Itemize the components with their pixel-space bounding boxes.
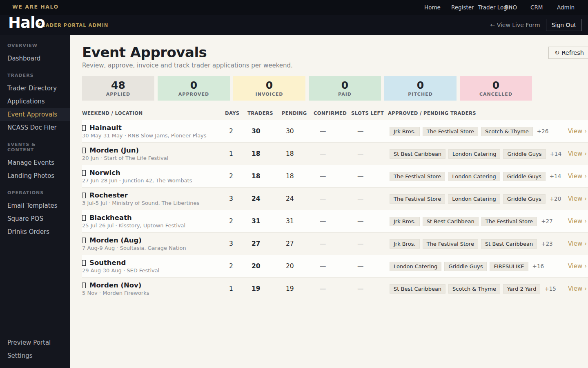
sidebar-section: OPERATIONSEmail TemplatesSquare POSDrink… xyxy=(0,190,70,238)
sidebar-section-heading: OVERVIEW xyxy=(0,43,70,48)
trader-chip: London Catering xyxy=(390,262,441,271)
column-header-traders: TRADERS xyxy=(247,110,282,116)
stat-card-applied: 48APPLIED xyxy=(82,76,154,101)
trader-chip: Griddle Guys xyxy=(503,172,546,181)
confirmed-cell: — xyxy=(314,285,351,292)
more-traders-count: +27 xyxy=(541,218,553,224)
view-event-link[interactable]: View › xyxy=(568,195,588,202)
top-nav-admin[interactable]: Admin xyxy=(557,4,575,11)
trader-chips: Jrk Bros.The Festival StoreScotch & Thym… xyxy=(388,127,561,136)
sidebar-item-applications[interactable]: Applications xyxy=(0,95,70,108)
event-table-body: Hainault 30 May-31 May · RNB Slow Jams, … xyxy=(82,120,588,300)
stat-card-invoiced: 0INVOICED xyxy=(233,76,305,101)
event-weekend-location: Norwich 27 Jun-28 Jun · Junction 42, The… xyxy=(82,169,225,184)
column-header-confirmed: CONFIRMED xyxy=(314,110,351,116)
view-event-link[interactable]: View › xyxy=(568,218,588,225)
event-details: 25 Jul-26 Jul · Kisstory, Uptown Festiva… xyxy=(82,222,225,229)
top-nav-bho[interactable]: BHO xyxy=(505,4,517,11)
stat-label: PAID xyxy=(338,92,352,97)
sidebar-item-drinks-orders[interactable]: Drinks Orders xyxy=(0,225,70,238)
event-row: Rochester 3 Jul-5 Jul · Ministry of Soun… xyxy=(82,188,588,210)
trader-chip: The Festival Store xyxy=(390,172,445,181)
sidebar-item-ncass-doc-filer[interactable]: NCASS Doc Filer xyxy=(0,121,70,134)
trader-chip: St Best Caribbean xyxy=(390,149,445,159)
sidebar-item-manage-events[interactable]: Manage Events xyxy=(0,156,70,169)
brand-tagline: WE ARE HALO xyxy=(12,4,59,10)
slots-left-cell: — xyxy=(351,128,388,135)
event-name: Rochester xyxy=(82,191,225,199)
trader-chips: St Best CaribbeanLondon CateringGriddle … xyxy=(388,149,561,159)
event-details: 5 Nov · Morden Fireworks xyxy=(82,290,225,296)
view-event-link[interactable]: View › xyxy=(568,173,588,180)
top-nav-home[interactable]: Home xyxy=(424,4,441,11)
event-details: 7 Aug-9 Aug · Soultasia, Garage Nation xyxy=(82,245,225,251)
days-cell: 2 xyxy=(225,263,247,270)
days-cell: 1 xyxy=(225,285,247,292)
event-row: Morden (Jun) 20 Jun · Start of The Life … xyxy=(82,143,588,165)
sidebar-item-dashboard[interactable]: Dashboard xyxy=(0,52,70,65)
sidebar-footer: Preview PortalSettings xyxy=(0,336,70,362)
slots-left-cell: — xyxy=(351,263,388,270)
main-content: Event Approvals Review, approve, invoice… xyxy=(70,35,588,368)
event-weekend-location: Morden (Aug) 7 Aug-9 Aug · Soultasia, Ga… xyxy=(82,236,225,251)
sidebar-section-heading: TRADERS xyxy=(0,73,70,78)
confirmed-cell: — xyxy=(314,263,351,270)
sidebar-item-email-templates[interactable]: Email Templates xyxy=(0,199,70,212)
top-nav: HomeRegisterTrader LoginBHOCRMAdmin xyxy=(416,0,588,15)
trader-chip: Jrk Bros. xyxy=(390,217,420,226)
slots-left-cell: — xyxy=(351,150,388,157)
stat-label: PITCHED xyxy=(408,92,433,97)
missing-glyph-icon xyxy=(82,170,86,176)
column-header-days: DAYS xyxy=(225,110,247,116)
sidebar-item-event-approvals[interactable]: Event Approvals xyxy=(0,108,70,121)
event-details: 29 Aug-30 Aug · SED Festival xyxy=(82,267,225,274)
missing-glyph-icon xyxy=(82,215,86,221)
pending-cell: 18 xyxy=(282,173,314,180)
sidebar-item-trader-directory[interactable]: Trader Directory xyxy=(0,82,70,95)
event-name-text: Blackheath xyxy=(89,214,132,222)
more-traders-count: +23 xyxy=(541,240,553,247)
stat-value: 0 xyxy=(190,80,197,91)
event-weekend-location: Morden (Nov) 5 Nov · Morden Fireworks xyxy=(82,281,225,296)
event-details: 27 Jun-28 Jun · Junction 42, The Wombats xyxy=(82,177,225,184)
view-event-link[interactable]: View › xyxy=(568,150,588,157)
missing-glyph-icon xyxy=(82,125,86,131)
traders-cell: 30 xyxy=(247,128,282,135)
stat-card-pitched: 0PITCHED xyxy=(384,76,457,101)
sidebar-item-square-pos[interactable]: Square POS xyxy=(0,212,70,225)
trader-chip: Scotch & Thyme xyxy=(448,284,500,294)
event-name-text: Norwich xyxy=(89,169,120,177)
stat-value: 48 xyxy=(111,80,125,91)
view-event-link[interactable]: View › xyxy=(568,263,588,270)
sidebar-item-landing-photos[interactable]: Landing Photos xyxy=(0,169,70,182)
event-name: Blackheath xyxy=(82,214,225,222)
sign-out-button[interactable]: Sign Out xyxy=(546,19,582,31)
trader-chip: St Best Caribbean xyxy=(390,284,445,294)
missing-glyph-icon xyxy=(82,238,86,243)
view-event-link[interactable]: View › xyxy=(568,285,588,292)
view-event-link[interactable]: View › xyxy=(568,128,588,135)
event-weekend-location: Blackheath 25 Jul-26 Jul · Kisstory, Upt… xyxy=(82,214,225,229)
event-weekend-location: Rochester 3 Jul-5 Jul · Ministry of Soun… xyxy=(82,191,225,206)
trader-chip: Griddle Guys xyxy=(503,194,546,204)
column-header-weekend-location: WEEKEND / LOCATION xyxy=(82,110,225,116)
view-event-link[interactable]: View › xyxy=(568,240,588,247)
sidebar-footer-settings[interactable]: Settings xyxy=(0,349,70,362)
sidebar-section: OVERVIEWDashboard xyxy=(0,43,70,65)
top-nav-crm[interactable]: CRM xyxy=(530,4,543,11)
view-live-form-link[interactable]: ← View Live Form xyxy=(490,22,540,28)
trader-chips: London CateringGriddle GuysFIRESULIKE+16 xyxy=(388,262,561,271)
app-header-actions: ← View Live Form Sign Out xyxy=(490,15,582,35)
sidebar-footer-preview-portal[interactable]: Preview Portal xyxy=(0,336,70,349)
days-cell: 2 xyxy=(225,128,247,135)
column-header-approved-pending-traders: APPROVED / PENDING TRADERS xyxy=(388,110,561,116)
event-name: Morden (Aug) xyxy=(82,236,225,244)
halo-logo: Halo xyxy=(8,14,45,31)
event-name-text: Hainault xyxy=(89,124,122,132)
event-details: 3 Jul-5 Jul · Ministry of Sound, The Lib… xyxy=(82,200,225,206)
refresh-button[interactable]: ↻Refresh xyxy=(548,47,588,59)
top-nav-register[interactable]: Register xyxy=(451,4,474,11)
trader-chip: The Festival Store xyxy=(481,217,537,226)
trader-chips: The Festival StoreLondon CateringGriddle… xyxy=(388,172,561,181)
trader-chip: St Best Caribbean xyxy=(481,239,537,249)
